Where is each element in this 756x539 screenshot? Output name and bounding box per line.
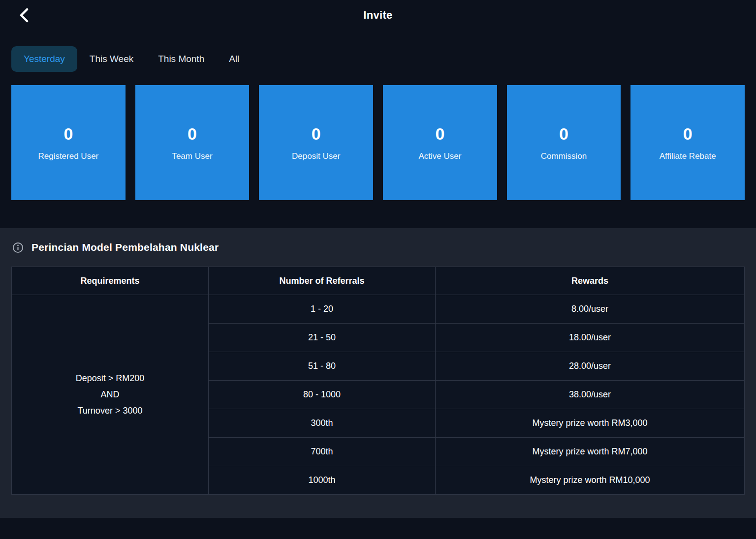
stat-label: Active User [418, 151, 461, 161]
page-title: Invite [363, 9, 392, 22]
back-button[interactable] [15, 6, 32, 24]
referrals-cell: 21 - 50 [209, 324, 436, 352]
stat-card-affiliate-rebate: 0 Affiliate Rebate [630, 85, 745, 200]
top-bar: Invite [0, 0, 756, 30]
referrals-cell: 1 - 20 [209, 295, 436, 324]
tab-all[interactable]: All [217, 46, 252, 72]
reward-cell: Mystery prize worth RM10,000 [436, 466, 745, 495]
reward-cell: Mystery prize worth RM3,000 [436, 409, 745, 438]
reward-cell: 38.00/user [436, 381, 745, 409]
stat-label: Commission [541, 151, 587, 161]
table-header-row: Requirements Number of Referrals Rewards [12, 267, 745, 295]
stats-row: 0 Registered User 0 Team User 0 Deposit … [11, 85, 745, 200]
tab-this-month[interactable]: This Month [146, 46, 217, 72]
stat-value: 0 [435, 124, 444, 144]
stat-value: 0 [188, 124, 197, 144]
reward-cell: 8.00/user [436, 295, 745, 324]
referrals-cell: 80 - 1000 [209, 381, 436, 409]
referrals-cell: 300th [209, 409, 436, 438]
column-header-rewards: Rewards [436, 267, 745, 295]
column-header-requirements: Requirements [12, 267, 209, 295]
rewards-model-section: Perincian Model Pembelahan Nuklear Requi… [0, 228, 756, 518]
stat-card-commission: 0 Commission [507, 85, 621, 200]
referrals-cell: 51 - 80 [209, 352, 436, 381]
section-heading: Perincian Model Pembelahan Nuklear [32, 241, 219, 253]
reward-cell: Mystery prize worth RM7,000 [436, 438, 745, 466]
requirements-cell: Deposit > RM200 AND Turnover > 3000 [12, 295, 209, 495]
tab-this-week[interactable]: This Week [77, 46, 146, 72]
stat-label: Registered User [38, 151, 98, 161]
referrals-cell: 700th [209, 438, 436, 466]
stat-card-team-user: 0 Team User [135, 85, 250, 200]
chevron-left-icon [18, 8, 29, 23]
stat-value: 0 [312, 124, 321, 144]
section-heading-row: Perincian Model Pembelahan Nuklear [11, 241, 745, 253]
stat-label: Team User [172, 151, 212, 161]
column-header-referrals: Number of Referrals [209, 267, 436, 295]
stat-value: 0 [683, 124, 693, 144]
invite-page: Invite Yesterday This Week This Month Al… [0, 0, 756, 539]
requirement-deposit: Deposit > RM200 [16, 370, 204, 387]
info-icon [12, 242, 24, 253]
stat-card-active-user: 0 Active User [383, 85, 497, 200]
stat-label: Deposit User [292, 151, 340, 161]
reward-cell: 28.00/user [436, 352, 745, 381]
time-filter-tabs: Yesterday This Week This Month All [11, 46, 745, 72]
referrals-cell: 1000th [209, 466, 436, 495]
stat-value: 0 [559, 124, 568, 144]
table-row: Deposit > RM200 AND Turnover > 3000 1 - … [12, 295, 745, 324]
rewards-table: Requirements Number of Referrals Rewards… [11, 267, 745, 495]
stat-label: Affiliate Rebate [660, 151, 716, 161]
stat-card-deposit-user: 0 Deposit User [259, 85, 373, 200]
requirement-turnover: Turnover > 3000 [16, 403, 204, 419]
requirement-and: AND [16, 387, 204, 403]
reward-cell: 18.00/user [436, 324, 745, 352]
stat-value: 0 [63, 124, 73, 144]
stat-card-registered-user: 0 Registered User [11, 85, 126, 200]
tab-yesterday[interactable]: Yesterday [11, 46, 77, 72]
